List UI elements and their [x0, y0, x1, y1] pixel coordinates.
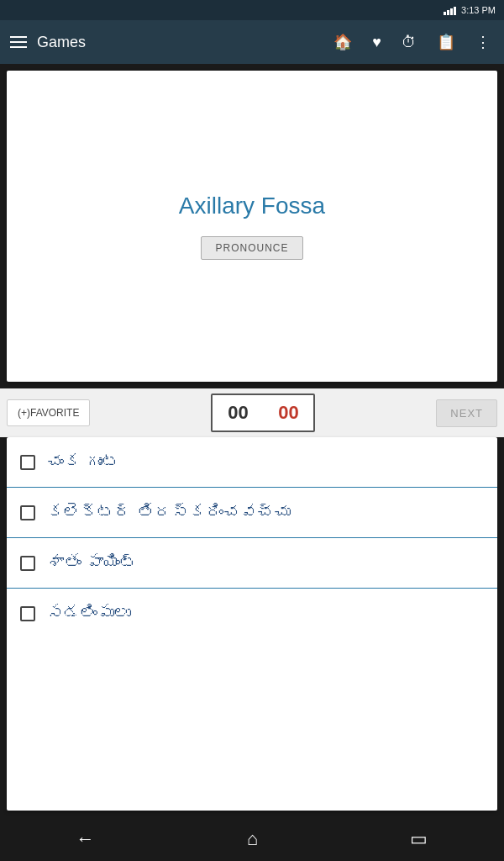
list-item[interactable]: కలెక్టర్ తిరస్కరించవచ్చు: [7, 488, 497, 538]
history-icon[interactable]: ⏱: [398, 30, 420, 55]
action-bar: (+)FAVORITE 00 00 NEXT: [0, 388, 504, 437]
option-text-4: సడలింపులు: [47, 604, 131, 623]
list-item[interactable]: సడలింపులు: [7, 589, 497, 638]
back-button[interactable]: ←: [76, 828, 95, 850]
option-text-2: కలెక్టర్ తిరస్కరించవచ్చు: [47, 503, 291, 522]
home-icon[interactable]: 🏠: [330, 29, 355, 55]
checkbox-3[interactable]: [20, 556, 35, 571]
pronounce-button[interactable]: PRONOUNCE: [201, 236, 302, 260]
list-item[interactable]: శాతం పాయింట్: [7, 538, 497, 589]
app-bar-actions: 🏠 ♥ ⏱ 📋 ⋮: [330, 29, 494, 55]
signal-icon: [444, 5, 456, 15]
heart-icon[interactable]: ♥: [369, 30, 385, 55]
option-text-1: చంక గుంట: [47, 452, 119, 472]
next-button[interactable]: NEXT: [436, 399, 497, 427]
status-bar: 3:13 PM: [0, 0, 504, 20]
score-right: 00: [263, 395, 313, 430]
checkbox-4[interactable]: [20, 606, 35, 621]
app-title: Games: [37, 34, 320, 51]
checkbox-1[interactable]: [20, 455, 35, 470]
menu-icon[interactable]: [10, 36, 27, 48]
app-bar: Games 🏠 ♥ ⏱ 📋 ⋮: [0, 20, 504, 64]
recent-apps-button[interactable]: ▭: [410, 828, 428, 850]
nav-bar: ← ⌂ ▭: [0, 817, 504, 861]
more-icon[interactable]: ⋮: [472, 29, 494, 55]
score-display: 00 00: [211, 394, 315, 432]
quiz-area: చంక గుంటకలెక్టర్ తిరస్కరించవచ్చుశాతం పాయ…: [7, 437, 497, 811]
option-text-3: శాతం పాయింట్: [47, 553, 137, 573]
main-card: Axillary Fossa PRONOUNCE: [7, 71, 497, 382]
list-item[interactable]: చంక గుంట: [7, 437, 497, 488]
word-title: Axillary Fossa: [179, 193, 325, 219]
home-button[interactable]: ⌂: [247, 828, 258, 850]
favorite-button[interactable]: (+)FAVORITE: [7, 399, 90, 426]
score-left: 00: [213, 395, 263, 430]
checkbox-2[interactable]: [20, 505, 35, 520]
clipboard-icon[interactable]: 📋: [433, 29, 459, 55]
status-time: 3:13 PM: [461, 5, 496, 15]
